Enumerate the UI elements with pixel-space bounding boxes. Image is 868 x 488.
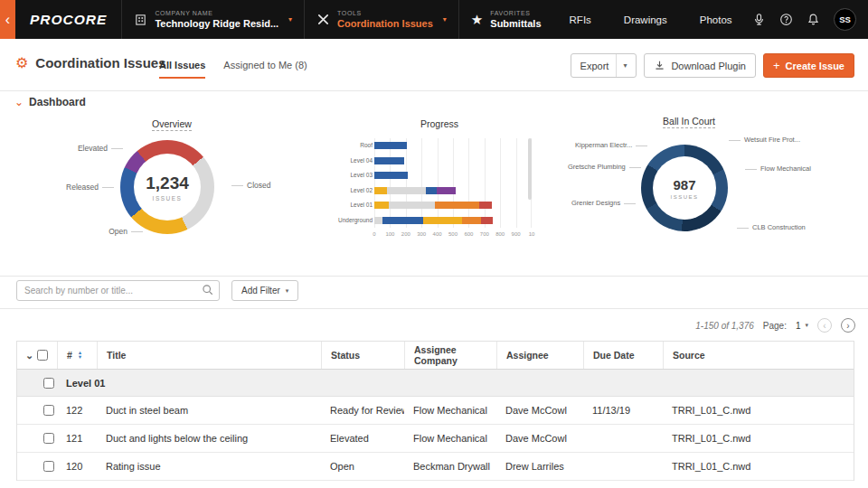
bell-icon[interactable] <box>807 13 820 26</box>
x-tick-label: 700 <box>480 231 489 237</box>
progress-bar-row <box>374 138 531 154</box>
bar-segment <box>374 172 408 179</box>
bar-segment <box>437 187 456 194</box>
issue-tabs: All Issues Assigned to Me (8) <box>159 60 307 79</box>
collapse-all-icon[interactable]: ⌄ <box>25 352 33 359</box>
x-tick-label: 300 <box>417 231 426 237</box>
search-input[interactable] <box>16 280 220 301</box>
pagination: 1-150 of 1,376 Page: 1 ▾ ‹ › <box>695 318 855 333</box>
header-divider <box>0 90 868 91</box>
issue-title[interactable]: Rating issue <box>97 461 321 472</box>
x-tick-label: 500 <box>448 231 458 237</box>
page-title: Coordination Issues <box>35 55 165 70</box>
column-header-due-date: Due Date <box>583 342 663 369</box>
legend-kipperman: Kipperman Electr... <box>575 141 642 149</box>
help-icon[interactable] <box>779 13 793 26</box>
procore-logo[interactable]: PROCORE <box>15 0 121 39</box>
legend-open: Open <box>83 227 143 236</box>
row-checkbox[interactable] <box>43 405 54 416</box>
overview-donut[interactable] <box>120 140 214 234</box>
row-checkbox[interactable] <box>43 461 54 472</box>
dashboard-toggle[interactable]: ⌄ Dashboard <box>14 96 86 108</box>
filter-divider <box>0 308 868 309</box>
export-label: Export <box>580 61 609 71</box>
company-switcher[interactable]: COMPANY NAME Technology Ridge Resid... ▾ <box>121 0 304 39</box>
bar-segment <box>382 217 423 224</box>
progress-scrollbar[interactable] <box>528 138 532 200</box>
tools-menu[interactable]: TOOLS Coordination Issues ▾ <box>304 0 458 39</box>
add-filter-caret-icon: ▾ <box>286 287 289 295</box>
select-all-checkbox[interactable] <box>37 350 48 361</box>
issue-status: Ready for Review <box>321 405 404 416</box>
issue-number: 122 <box>57 405 97 416</box>
legend-closed: Closed <box>231 181 270 190</box>
table-row[interactable]: 122 Duct in steel beam Ready for Review … <box>17 397 854 425</box>
tab-assigned-to-me[interactable]: Assigned to Me (8) <box>223 60 307 79</box>
legend-grenier: Grenier Designs <box>571 199 631 207</box>
back-button[interactable]: ‹ <box>0 0 15 39</box>
nav-link-photos[interactable]: Photos <box>684 0 749 39</box>
page-select[interactable]: 1 ▾ <box>796 321 808 331</box>
nav-link-drawings[interactable]: Drawings <box>608 0 684 39</box>
assignee: Drew Larriles <box>496 461 583 472</box>
dashboard-divider <box>0 276 868 277</box>
progress-ticks: 010020030040050060070080090010 <box>374 231 532 240</box>
assignee: Dave McCowl <box>496 405 583 416</box>
current-tool: Coordination Issues <box>337 18 433 29</box>
source-file: TRRI_L01_C.nwd <box>663 461 854 472</box>
bar-segment <box>374 187 387 194</box>
column-header-source: Source <box>663 342 854 369</box>
add-filter-button[interactable]: Add Filter ▾ <box>231 280 298 301</box>
issue-title[interactable]: Duct and lights below the ceiling <box>97 433 321 444</box>
issue-status: Elevated <box>321 433 404 444</box>
company-eyebrow: COMPANY NAME <box>155 10 278 16</box>
bar-segment <box>374 217 382 224</box>
avatar[interactable]: SS <box>834 8 856 31</box>
legend-flow: Flow Mechanical <box>745 164 811 173</box>
issues-table: ⌄ # ▲ ▼ Title Status Assignee Company As… <box>16 341 854 481</box>
issue-title[interactable]: Duct in steel beam <box>97 405 321 416</box>
nav-link-rfis[interactable]: RFIs <box>553 0 608 39</box>
progress-bar-row <box>374 198 531 213</box>
prev-page-button[interactable]: ‹ <box>817 318 832 333</box>
progress-bar-row <box>374 183 531 199</box>
tools-caret-icon: ▾ <box>443 15 447 23</box>
page-label: Page: <box>763 321 787 331</box>
column-header-status: Status <box>321 342 404 369</box>
legend-clb: CLB Construction <box>737 223 806 231</box>
bar-segment <box>426 187 437 194</box>
group-row-level-01[interactable]: Level 01 <box>17 370 854 397</box>
settings-gear-icon[interactable]: ⚙ <box>15 56 28 70</box>
x-tick-label: 10 <box>529 231 535 237</box>
microphone-icon[interactable] <box>752 13 766 26</box>
progress-category-label: Roof <box>336 138 373 154</box>
bar-segment <box>435 202 478 209</box>
star-icon: ★ <box>471 12 483 28</box>
group-checkbox[interactable] <box>43 378 54 389</box>
tab-all-issues[interactable]: All Issues <box>159 60 205 79</box>
next-page-button[interactable]: › <box>841 318 855 333</box>
tools-icon <box>316 13 330 26</box>
create-issue-button[interactable]: + Create Issue <box>763 53 854 78</box>
export-button[interactable]: Export ▾ <box>571 53 637 78</box>
export-caret-icon: ▾ <box>616 54 627 77</box>
top-nav: ‹ PROCORE COMPANY NAME Technology Ridge … <box>0 0 868 39</box>
column-header-title: Title <box>97 342 321 369</box>
table-row[interactable]: 121 Duct and lights below the ceiling El… <box>17 425 854 453</box>
overview-chart: Overview 1,234 ISSUES Elevated Released … <box>54 115 289 270</box>
x-tick-label: 0 <box>373 231 375 237</box>
ball-in-court-chart-title: Ball In Court <box>663 116 715 128</box>
bar-segment <box>374 157 404 164</box>
company-building-icon <box>134 13 147 26</box>
sort-icon[interactable]: ▲ ▼ <box>78 351 82 360</box>
overview-chart-title: Overview <box>152 118 192 131</box>
due-date: 11/13/19 <box>583 405 663 416</box>
table-row[interactable]: 120 Rating issue Open Beckman Drywall Dr… <box>17 453 854 481</box>
page-number: 1 <box>796 321 801 331</box>
ball-in-court-donut[interactable] <box>641 145 728 231</box>
plus-icon: + <box>773 59 780 72</box>
row-checkbox[interactable] <box>43 433 54 444</box>
favorites-submittals[interactable]: ★ FAVORITES Submittals <box>458 0 553 39</box>
download-plugin-button[interactable]: Download Plugin <box>644 53 756 78</box>
bar-segment <box>389 202 436 209</box>
